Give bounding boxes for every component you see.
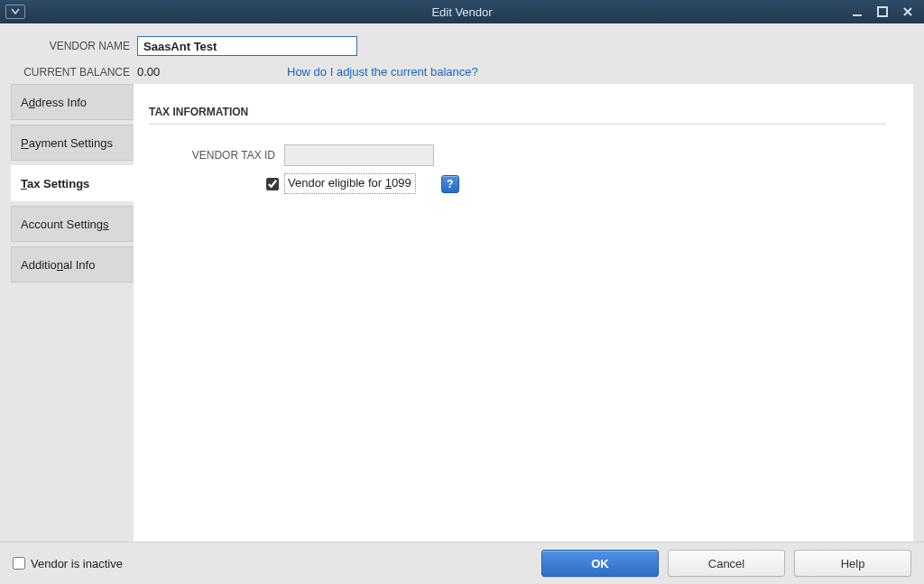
vendor-inactive-checkbox[interactable] bbox=[13, 557, 25, 570]
svg-rect-0 bbox=[853, 14, 862, 16]
ok-button[interactable]: OK bbox=[541, 550, 659, 577]
help-button[interactable]: Help bbox=[794, 550, 911, 577]
section-divider bbox=[149, 124, 886, 125]
tax-settings-panel: TAX INFORMATION VENDOR TAX ID Vendor eli… bbox=[134, 84, 913, 542]
tab-account-settings[interactable]: Account Settings bbox=[11, 206, 134, 242]
help-icon[interactable]: ? bbox=[441, 175, 459, 193]
tab-payment-settings[interactable]: Payment Settings bbox=[11, 125, 134, 161]
footer-buttons: OK Cancel Help bbox=[541, 550, 911, 577]
body-area: Address Info Payment Settings Tax Settin… bbox=[0, 84, 924, 542]
tab-label: Address Info bbox=[21, 96, 87, 109]
vendor-inactive-label: Vendor is inactive bbox=[31, 557, 123, 570]
vendor-inactive-row[interactable]: Vendor is inactive bbox=[13, 557, 123, 570]
vendor-name-label: VENDOR NAME bbox=[13, 40, 130, 52]
footer-bar: Vendor is inactive OK Cancel Help bbox=[0, 542, 924, 584]
minimize-icon[interactable] bbox=[848, 4, 866, 20]
eligible-1099-checkbox[interactable] bbox=[266, 178, 279, 190]
tab-tax-settings[interactable]: Tax Settings bbox=[11, 165, 134, 201]
vendor-name-input[interactable] bbox=[137, 36, 357, 56]
vendor-tax-id-row: VENDOR TAX ID bbox=[149, 144, 886, 166]
tab-label: Account Settings bbox=[21, 218, 109, 231]
close-icon[interactable] bbox=[899, 4, 917, 20]
current-balance-value: 0.00 bbox=[137, 65, 188, 79]
window-controls bbox=[848, 4, 924, 20]
sidebar: Address Info Payment Settings Tax Settin… bbox=[11, 84, 134, 542]
edit-vendor-window: Edit Vendor VENDOR NAME CURRENT BALANCE … bbox=[0, 0, 924, 584]
svg-rect-1 bbox=[878, 7, 887, 16]
section-title: TAX INFORMATION bbox=[149, 106, 886, 118]
window-title: Edit Vendor bbox=[0, 5, 924, 19]
tab-label: Payment Settings bbox=[21, 136, 113, 150]
vendor-tax-id-label: VENDOR TAX ID bbox=[149, 149, 275, 162]
cancel-button[interactable]: Cancel bbox=[668, 550, 785, 577]
tab-address-info[interactable]: Address Info bbox=[11, 84, 134, 120]
tab-label: Tax Settings bbox=[21, 177, 89, 190]
tab-label: Additional Info bbox=[21, 258, 95, 272]
adjust-balance-link[interactable]: How do I adjust the current balance? bbox=[287, 65, 478, 79]
vendor-tax-id-input[interactable] bbox=[284, 144, 434, 166]
tab-additional-info[interactable]: Additional Info bbox=[11, 246, 134, 283]
system-menu-icon[interactable] bbox=[5, 5, 25, 19]
title-bar: Edit Vendor bbox=[0, 0, 924, 23]
eligible-1099-label[interactable]: Vendor eligible for 1099 bbox=[284, 173, 416, 194]
maximize-icon[interactable] bbox=[873, 4, 892, 20]
current-balance-label: CURRENT BALANCE bbox=[13, 66, 130, 79]
header-area: VENDOR NAME CURRENT BALANCE 0.00 How do … bbox=[0, 23, 924, 84]
eligible-1099-row: Vendor eligible for 1099 ? bbox=[266, 173, 886, 194]
